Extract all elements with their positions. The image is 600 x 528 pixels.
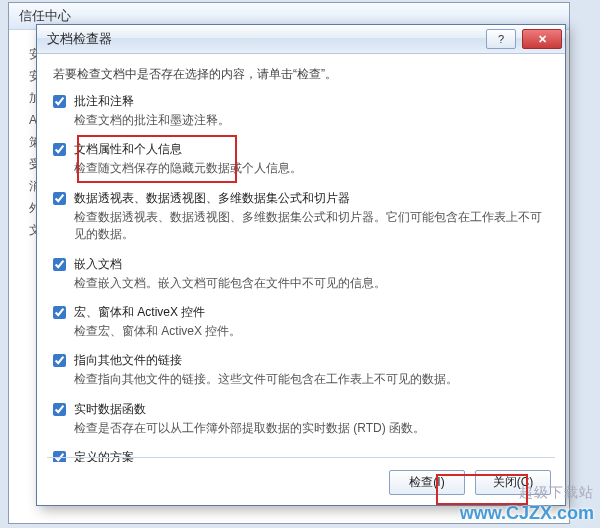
option-label: 宏、窗体和 ActiveX 控件 [74,304,551,321]
option-desc: 检查宏、窗体和 ActiveX 控件。 [74,323,551,340]
option-comments: 批注和注释检查文档的批注和墨迹注释。 [53,93,551,129]
checkbox-comments[interactable] [53,95,66,108]
dialog-titlebar: 文档检查器 ? ✕ [37,25,565,54]
watermark-name: 超级下载站 [519,484,594,502]
option-scenarios: 定义的方案 [53,449,551,462]
intro-text: 若要检查文档中是否存在选择的内容，请单击“检查”。 [53,66,551,83]
option-links: 指向其他文件的链接检查指向其他文件的链接。这些文件可能包含在工作表上不可见的数据… [53,352,551,388]
checkbox-macros[interactable] [53,306,66,319]
dialog-title: 文档检查器 [37,30,112,48]
separator [47,457,555,458]
window-close-button[interactable]: ✕ [522,29,562,49]
option-label: 指向其他文件的链接 [74,352,551,369]
option-embedded: 嵌入文档检查嵌入文档。嵌入文档可能包含在文件中不可见的信息。 [53,256,551,292]
option-label: 定义的方案 [74,449,551,462]
checkbox-links[interactable] [53,354,66,367]
highlight-doc-properties [77,135,237,183]
option-macros: 宏、窗体和 ActiveX 控件检查宏、窗体和 ActiveX 控件。 [53,304,551,340]
option-rtd: 实时数据函数检查是否存在可以从工作簿外部提取数据的实时数据 (RTD) 函数。 [53,401,551,437]
help-button[interactable]: ? [486,29,516,49]
option-label: 嵌入文档 [74,256,551,273]
checkbox-rtd[interactable] [53,403,66,416]
dialog-content[interactable]: 若要检查文档中是否存在选择的内容，请单击“检查”。 批注和注释检查文档的批注和墨… [37,54,565,462]
window-buttons: ? ✕ [483,27,565,51]
document-inspector-dialog: 文档检查器 ? ✕ 若要检查文档中是否存在选择的内容，请单击“检查”。 批注和注… [36,24,566,506]
option-desc: 检查数据透视表、数据透视图、多维数据集公式和切片器。它们可能包含在工作表上不可见… [74,209,551,244]
checkbox-doc-properties[interactable] [53,143,66,156]
highlight-inspect-button [436,474,528,505]
checkbox-embedded[interactable] [53,258,66,271]
option-desc: 检查文档的批注和墨迹注释。 [74,112,551,129]
option-label: 实时数据函数 [74,401,551,418]
option-desc: 检查嵌入文档。嵌入文档可能包含在文件中不可见的信息。 [74,275,551,292]
option-desc: 检查指向其他文件的链接。这些文件可能包含在工作表上不可见的数据。 [74,371,551,388]
option-pivot: 数据透视表、数据透视图、多维数据集公式和切片器检查数据透视表、数据透视图、多维数… [53,190,551,244]
option-label: 数据透视表、数据透视图、多维数据集公式和切片器 [74,190,551,207]
checkbox-pivot[interactable] [53,192,66,205]
watermark-url: www.CJZX.com [460,503,594,524]
option-desc: 检查是否存在可以从工作簿外部提取数据的实时数据 (RTD) 函数。 [74,420,551,437]
option-label: 批注和注释 [74,93,551,110]
